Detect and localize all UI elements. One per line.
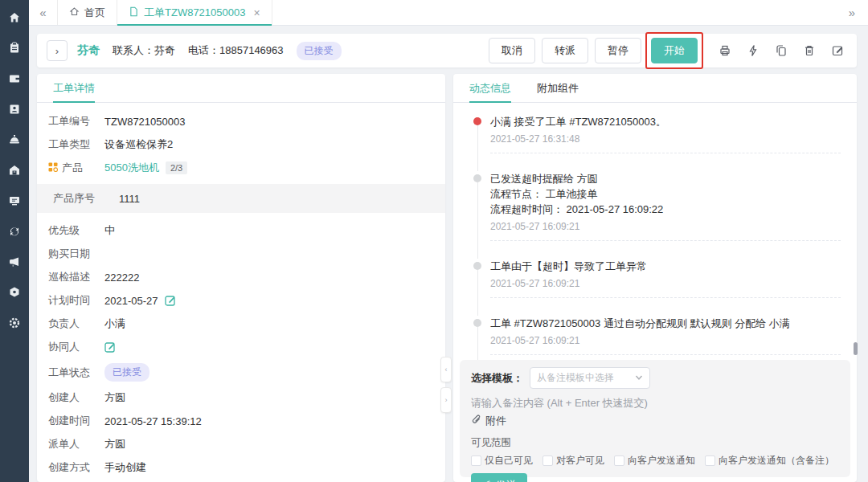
- contact-field: 联系人：芬奇: [113, 43, 175, 58]
- timeline-dot: [473, 174, 481, 182]
- tab-workorder-detail[interactable]: 工单详情: [53, 74, 95, 102]
- checkbox-customer-visible[interactable]: 对客户可见: [542, 454, 604, 468]
- tab-addons[interactable]: 附加组件: [537, 74, 579, 102]
- tab-close-icon[interactable]: ×: [253, 6, 260, 19]
- sidebar-item-display[interactable]: [0, 186, 29, 217]
- timeline-body: 工单由于【超时】导致了工单异常 2021-05-27 16:09:21: [490, 259, 841, 316]
- chevron-right-icon: ›: [445, 396, 448, 404]
- tabs-collapse-button[interactable]: «: [29, 0, 58, 25]
- start-button-wrap: 开始: [651, 38, 698, 63]
- field-row-creator: 创建人 方圆: [48, 390, 434, 405]
- checkbox-icon: [705, 455, 715, 466]
- panel-collapse-right-handle[interactable]: ›: [440, 387, 452, 413]
- sidebar-item-announce[interactable]: [0, 247, 29, 278]
- chevron-double-left-icon: «: [39, 6, 46, 19]
- sidebar-item-service[interactable]: [0, 125, 29, 156]
- timeline-text: 流程超时时间： 2021-05-27 16:09:22: [490, 202, 841, 217]
- sidebar-item-contacts[interactable]: [0, 95, 29, 125]
- printer-icon[interactable]: [715, 41, 735, 60]
- field-label: 购买日期: [48, 247, 104, 261]
- edit-icon[interactable]: [828, 41, 847, 60]
- tab-activity-feed[interactable]: 动态信息: [469, 74, 511, 102]
- start-button[interactable]: 开始: [651, 38, 698, 63]
- timeline-dot: [473, 262, 481, 270]
- field-label: 派单人: [48, 437, 104, 451]
- field-label: 创建时间: [48, 414, 104, 428]
- field-label: 工单编号: [48, 114, 104, 129]
- field-label: 产品序号: [53, 191, 119, 206]
- detail-expand-button[interactable]: ›: [47, 40, 68, 61]
- checkbox-label: 向客户发送通知（含备注）: [719, 454, 834, 468]
- tab-label: 工单TZW8721050003: [144, 6, 245, 20]
- paperclip-icon: [471, 415, 481, 427]
- timeline-entry: 已发送超时提醒给 方圆 流程节点： 工单池接单 流程超时时间： 2021-05-…: [465, 171, 841, 259]
- timeline-rail: [465, 259, 490, 316]
- sidebar-item-settings[interactable]: [0, 308, 29, 339]
- edit-pencil-icon[interactable]: [104, 341, 116, 353]
- field-value: 方圆: [104, 390, 125, 405]
- checkbox-icon: [614, 455, 624, 466]
- detail-panel-tabs: 工单详情: [37, 74, 445, 103]
- timeline-time: 2021-05-27 16:09:21: [490, 221, 841, 232]
- field-label: 工单类型: [48, 137, 104, 152]
- checkbox-notify-customer[interactable]: 向客户发送通知: [614, 454, 695, 468]
- field-value: 手动创建: [104, 460, 146, 475]
- edit-pencil-icon[interactable]: [165, 295, 176, 306]
- timeline-rail: [465, 114, 490, 171]
- note-input[interactable]: [471, 396, 839, 411]
- timeline-text: 流程节点： 工单池接单: [490, 186, 841, 202]
- dispatch-icon: [8, 225, 21, 240]
- checkbox-notify-with-note[interactable]: 向客户发送通知（含备注）: [705, 454, 834, 468]
- checkbox-self-only[interactable]: 仅自己可见: [471, 454, 533, 468]
- customer-name-link[interactable]: 芬奇: [77, 43, 100, 58]
- checkbox-icon: [471, 455, 481, 466]
- field-label: 优先级: [48, 223, 104, 238]
- lightning-icon[interactable]: [743, 41, 763, 60]
- timeline-separator: [490, 240, 841, 241]
- sidebar-item-home[interactable]: [0, 3, 29, 34]
- transfer-button[interactable]: 转派: [542, 38, 588, 63]
- timeline-separator: [490, 297, 841, 298]
- tab-home[interactable]: 首页: [58, 0, 117, 25]
- template-select[interactable]: 从备注模板中选择: [530, 367, 650, 389]
- announcement-icon: [8, 255, 21, 271]
- timeline-text: 工单由于【超时】导致了工单异常: [490, 259, 841, 274]
- field-row-order-type: 工单类型 设备巡检保养2: [48, 137, 434, 152]
- chevron-left-icon: ‹: [445, 366, 448, 374]
- sidebar-item-dispatch[interactable]: [0, 217, 29, 247]
- field-value: [104, 341, 116, 353]
- trash-icon[interactable]: [800, 41, 819, 60]
- sidebar-item-cards[interactable]: [0, 64, 29, 95]
- field-row-create-mode: 创建方式 手动创建: [48, 460, 434, 475]
- contact-value: 芬奇: [154, 44, 175, 56]
- chevron-double-right-icon: »: [849, 6, 855, 19]
- send-button[interactable]: 发送: [471, 473, 527, 482]
- attachment-button[interactable]: 附件: [471, 414, 839, 428]
- timeline-body: 已发送超时提醒给 方圆 流程节点： 工单池接单 流程超时时间： 2021-05-…: [490, 171, 841, 259]
- tabs-expand-button[interactable]: »: [836, 0, 868, 25]
- paper-plane-icon: [481, 480, 491, 482]
- field-label: 工单状态: [48, 366, 104, 380]
- pause-button[interactable]: 暂停: [595, 38, 641, 63]
- timeline-entry: 小满 接受了工单 #TZW8721050003。 2021-05-27 16:3…: [465, 114, 841, 171]
- field-value: 5050洗地机 2/3: [104, 161, 187, 175]
- chevron-right-icon: ›: [55, 45, 59, 57]
- field-value: 设备巡检保养2: [104, 137, 173, 152]
- tab-workorder[interactable]: 工单TZW8721050003 ×: [117, 0, 272, 25]
- field-label: 产品: [48, 161, 104, 175]
- template-label: 选择模板：: [471, 371, 523, 386]
- sidebar-item-orders[interactable]: [0, 34, 29, 64]
- cancel-button[interactable]: 取消: [489, 38, 535, 63]
- field-row-priority: 优先级 中: [48, 223, 434, 238]
- scrollbar-thumb[interactable]: [854, 342, 858, 355]
- sidebar-item-location[interactable]: [0, 278, 29, 308]
- product-link[interactable]: 5050洗地机: [104, 161, 159, 175]
- field-value: 中: [104, 223, 115, 238]
- copy-icon[interactable]: [772, 41, 791, 60]
- field-value: 222222: [104, 272, 139, 284]
- sidebar-item-warehouse[interactable]: [0, 156, 29, 186]
- timeline-text: 已发送超时提醒给 方圆: [490, 171, 841, 186]
- checkbox-label: 仅自己可见: [485, 454, 533, 468]
- activity-timeline: 小满 接受了工单 #TZW8721050003。 2021-05-27 16:3…: [453, 103, 857, 382]
- panel-collapse-left-handle[interactable]: ‹: [440, 357, 452, 382]
